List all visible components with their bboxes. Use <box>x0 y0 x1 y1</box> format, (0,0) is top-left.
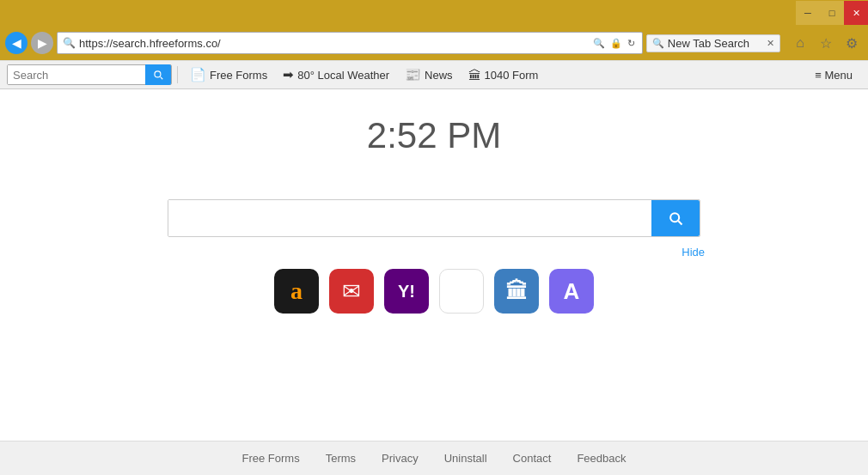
browser-icons: ⌂ ☆ ⚙ <box>789 32 863 54</box>
amazon-icon-label: a <box>290 277 303 305</box>
shortcut-icons: a ✉ Y! ▶ 🏛 A <box>274 269 594 314</box>
svg-line-1 <box>678 221 682 224</box>
yahoo-shortcut[interactable]: Y! <box>384 269 429 314</box>
main-content: 2:52 PM Hide a ✉ Y! ▶ 🏛 <box>0 89 868 441</box>
mail-shortcut[interactable]: ✉ <box>329 269 374 314</box>
search-icon: 🔍 <box>63 37 76 49</box>
browser-window: ─ □ ✕ ◀ ▶ 🔍 🔍 🔒 ↻ 🔍 New Tab Search ✕ ⌂ ☆ <box>0 0 868 475</box>
window-controls: ─ □ ✕ <box>796 1 868 25</box>
toolbar: 📄 Free Forms ➡ 80° Local Weather 📰 News … <box>0 60 868 89</box>
1040form-icon-label: 🏛 <box>505 278 528 305</box>
menu-label: ≡ Menu <box>815 69 853 82</box>
amazon-shortcut[interactable]: a <box>274 269 319 314</box>
hide-link[interactable]: Hide <box>682 246 705 259</box>
form1040-label: 1040 Form <box>485 69 539 82</box>
new-tab-search-tab[interactable]: 🔍 New Tab Search ✕ <box>646 34 780 52</box>
news-toolbar-item[interactable]: 📰 News <box>398 64 460 85</box>
youtube-icon-label: ▶ <box>452 277 471 306</box>
yahoo-icon-label: Y! <box>398 282 415 301</box>
close-button[interactable]: ✕ <box>844 1 868 25</box>
lock-icon[interactable]: 🔒 <box>608 36 624 51</box>
svg-point-0 <box>670 213 679 222</box>
mail-icon-label: ✉ <box>342 278 361 305</box>
toolbar-search-button[interactable] <box>145 64 171 85</box>
address-bar: 🔍 🔍 🔒 ↻ <box>57 32 643 54</box>
home-icon[interactable]: ⌂ <box>789 32 811 54</box>
main-search-icon <box>667 210 684 227</box>
youtube-shortcut[interactable]: ▶ <box>439 269 484 314</box>
title-bar: ─ □ ✕ <box>0 0 868 26</box>
restore-button[interactable]: □ <box>820 1 844 25</box>
address-actions: 🔍 🔒 ↻ <box>591 36 637 51</box>
weather-label: 80° Local Weather <box>297 69 389 82</box>
footer-uninstall[interactable]: Uninstall <box>444 452 487 465</box>
footer-feedback[interactable]: Feedback <box>577 452 626 465</box>
new-tab-close-button[interactable]: ✕ <box>767 38 774 49</box>
toolbar-separator <box>177 66 178 83</box>
weather-toolbar-item[interactable]: ➡ 80° Local Weather <box>276 64 396 85</box>
main-search-button[interactable] <box>651 200 700 236</box>
toolbar-search-wrap <box>7 64 172 85</box>
footer-contact[interactable]: Contact <box>513 452 552 465</box>
new-tab-icon: 🔍 <box>652 38 664 49</box>
favorites-icon[interactable]: ☆ <box>815 32 837 54</box>
toolbar-search-input[interactable] <box>8 65 145 84</box>
footer-free-forms[interactable]: Free Forms <box>242 452 300 465</box>
footer-terms[interactable]: Terms <box>326 452 356 465</box>
address-input[interactable] <box>79 37 588 50</box>
free-forms-label: Free Forms <box>210 69 267 82</box>
news-icon: 📰 <box>405 67 421 82</box>
news-label: News <box>425 69 453 82</box>
search-action-icon[interactable]: 🔍 <box>591 36 607 51</box>
search-icon <box>152 69 164 81</box>
appstore-icon-label: A <box>564 278 580 305</box>
footer-privacy[interactable]: Privacy <box>382 452 419 465</box>
new-tab-label: New Tab Search <box>668 37 749 50</box>
appstore-shortcut[interactable]: A <box>549 269 594 314</box>
1040form-shortcut[interactable]: 🏛 <box>494 269 539 314</box>
address-bar-area: ◀ ▶ 🔍 🔍 🔒 ↻ 🔍 New Tab Search ✕ ⌂ ☆ ⚙ <box>0 26 868 60</box>
minimize-button[interactable]: ─ <box>796 1 820 25</box>
form1040-toolbar-item[interactable]: 🏛 1040 Form <box>462 65 546 85</box>
menu-button[interactable]: ≡ Menu <box>806 66 861 84</box>
back-button[interactable]: ◀ <box>5 32 28 54</box>
main-search-wrap <box>168 199 700 237</box>
time-display: 2:52 PM <box>367 115 501 156</box>
forward-button[interactable]: ▶ <box>31 32 53 54</box>
weather-icon: ➡ <box>283 67 294 82</box>
free-forms-toolbar-item[interactable]: 📄 Free Forms <box>183 64 274 85</box>
form1040-icon: 🏛 <box>468 68 481 82</box>
refresh-icon[interactable]: ↻ <box>626 36 637 51</box>
free-forms-icon: 📄 <box>190 67 206 82</box>
footer: Free Forms Terms Privacy Uninstall Conta… <box>0 441 868 475</box>
main-search-input[interactable] <box>168 200 651 236</box>
settings-icon[interactable]: ⚙ <box>840 32 863 54</box>
